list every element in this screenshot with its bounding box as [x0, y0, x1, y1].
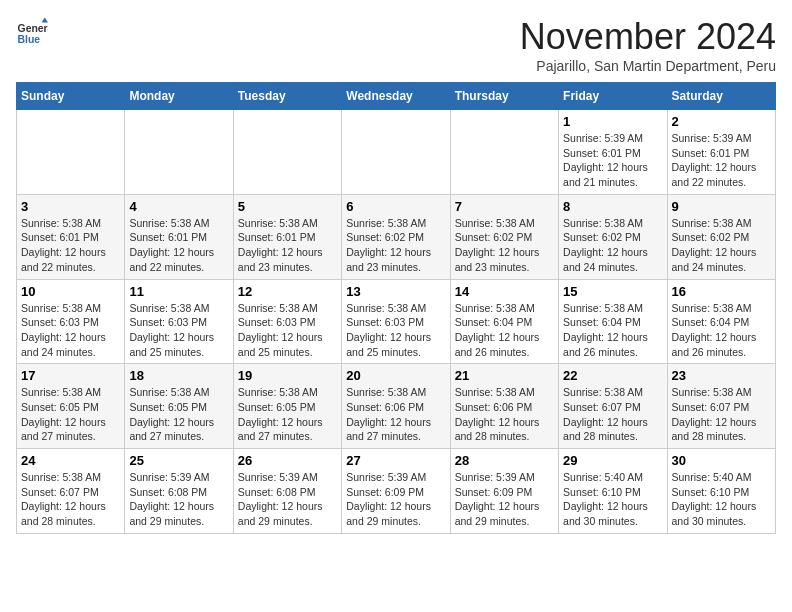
day-info: Sunrise: 5:40 AM Sunset: 6:10 PM Dayligh… [672, 470, 771, 529]
day-number: 2 [672, 114, 771, 129]
calendar-cell: 12Sunrise: 5:38 AM Sunset: 6:03 PM Dayli… [233, 279, 341, 364]
calendar-cell: 28Sunrise: 5:39 AM Sunset: 6:09 PM Dayli… [450, 449, 558, 534]
day-info: Sunrise: 5:38 AM Sunset: 6:01 PM Dayligh… [21, 216, 120, 275]
calendar-cell: 29Sunrise: 5:40 AM Sunset: 6:10 PM Dayli… [559, 449, 667, 534]
header-saturday: Saturday [667, 83, 775, 110]
week-row-1: 1Sunrise: 5:39 AM Sunset: 6:01 PM Daylig… [17, 110, 776, 195]
calendar-cell [125, 110, 233, 195]
day-number: 10 [21, 284, 120, 299]
day-number: 27 [346, 453, 445, 468]
header-thursday: Thursday [450, 83, 558, 110]
calendar-table: SundayMondayTuesdayWednesdayThursdayFrid… [16, 82, 776, 534]
day-info: Sunrise: 5:38 AM Sunset: 6:06 PM Dayligh… [455, 385, 554, 444]
header-wednesday: Wednesday [342, 83, 450, 110]
header-tuesday: Tuesday [233, 83, 341, 110]
calendar-cell: 2Sunrise: 5:39 AM Sunset: 6:01 PM Daylig… [667, 110, 775, 195]
day-number: 8 [563, 199, 662, 214]
calendar-cell: 13Sunrise: 5:38 AM Sunset: 6:03 PM Dayli… [342, 279, 450, 364]
day-info: Sunrise: 5:38 AM Sunset: 6:04 PM Dayligh… [563, 301, 662, 360]
day-info: Sunrise: 5:39 AM Sunset: 6:01 PM Dayligh… [672, 131, 771, 190]
day-number: 22 [563, 368, 662, 383]
calendar-cell: 14Sunrise: 5:38 AM Sunset: 6:04 PM Dayli… [450, 279, 558, 364]
day-number: 3 [21, 199, 120, 214]
day-info: Sunrise: 5:38 AM Sunset: 6:02 PM Dayligh… [455, 216, 554, 275]
day-info: Sunrise: 5:38 AM Sunset: 6:07 PM Dayligh… [672, 385, 771, 444]
week-row-3: 10Sunrise: 5:38 AM Sunset: 6:03 PM Dayli… [17, 279, 776, 364]
day-number: 17 [21, 368, 120, 383]
day-info: Sunrise: 5:38 AM Sunset: 6:06 PM Dayligh… [346, 385, 445, 444]
day-info: Sunrise: 5:38 AM Sunset: 6:03 PM Dayligh… [21, 301, 120, 360]
calendar-cell: 20Sunrise: 5:38 AM Sunset: 6:06 PM Dayli… [342, 364, 450, 449]
day-info: Sunrise: 5:39 AM Sunset: 6:08 PM Dayligh… [129, 470, 228, 529]
calendar-cell: 7Sunrise: 5:38 AM Sunset: 6:02 PM Daylig… [450, 194, 558, 279]
location-subtitle: Pajarillo, San Martin Department, Peru [520, 58, 776, 74]
day-info: Sunrise: 5:38 AM Sunset: 6:04 PM Dayligh… [455, 301, 554, 360]
calendar-cell [17, 110, 125, 195]
day-info: Sunrise: 5:39 AM Sunset: 6:09 PM Dayligh… [455, 470, 554, 529]
day-number: 28 [455, 453, 554, 468]
calendar-cell: 3Sunrise: 5:38 AM Sunset: 6:01 PM Daylig… [17, 194, 125, 279]
day-number: 24 [21, 453, 120, 468]
day-info: Sunrise: 5:39 AM Sunset: 6:08 PM Dayligh… [238, 470, 337, 529]
calendar-cell [342, 110, 450, 195]
calendar-cell: 11Sunrise: 5:38 AM Sunset: 6:03 PM Dayli… [125, 279, 233, 364]
svg-marker-2 [42, 18, 48, 23]
day-number: 1 [563, 114, 662, 129]
calendar-cell: 17Sunrise: 5:38 AM Sunset: 6:05 PM Dayli… [17, 364, 125, 449]
title-block: November 2024 Pajarillo, San Martin Depa… [520, 16, 776, 74]
day-number: 20 [346, 368, 445, 383]
calendar-cell: 24Sunrise: 5:38 AM Sunset: 6:07 PM Dayli… [17, 449, 125, 534]
day-info: Sunrise: 5:38 AM Sunset: 6:01 PM Dayligh… [238, 216, 337, 275]
day-info: Sunrise: 5:39 AM Sunset: 6:01 PM Dayligh… [563, 131, 662, 190]
day-info: Sunrise: 5:40 AM Sunset: 6:10 PM Dayligh… [563, 470, 662, 529]
day-info: Sunrise: 5:38 AM Sunset: 6:07 PM Dayligh… [21, 470, 120, 529]
week-row-4: 17Sunrise: 5:38 AM Sunset: 6:05 PM Dayli… [17, 364, 776, 449]
day-info: Sunrise: 5:38 AM Sunset: 6:04 PM Dayligh… [672, 301, 771, 360]
header-sunday: Sunday [17, 83, 125, 110]
day-number: 12 [238, 284, 337, 299]
calendar-cell [233, 110, 341, 195]
day-number: 26 [238, 453, 337, 468]
day-number: 4 [129, 199, 228, 214]
calendar-cell: 26Sunrise: 5:39 AM Sunset: 6:08 PM Dayli… [233, 449, 341, 534]
week-row-5: 24Sunrise: 5:38 AM Sunset: 6:07 PM Dayli… [17, 449, 776, 534]
week-row-2: 3Sunrise: 5:38 AM Sunset: 6:01 PM Daylig… [17, 194, 776, 279]
calendar-cell: 9Sunrise: 5:38 AM Sunset: 6:02 PM Daylig… [667, 194, 775, 279]
calendar-cell: 27Sunrise: 5:39 AM Sunset: 6:09 PM Dayli… [342, 449, 450, 534]
calendar-cell: 22Sunrise: 5:38 AM Sunset: 6:07 PM Dayli… [559, 364, 667, 449]
day-number: 19 [238, 368, 337, 383]
day-info: Sunrise: 5:38 AM Sunset: 6:03 PM Dayligh… [129, 301, 228, 360]
calendar-cell: 25Sunrise: 5:39 AM Sunset: 6:08 PM Dayli… [125, 449, 233, 534]
calendar-cell: 1Sunrise: 5:39 AM Sunset: 6:01 PM Daylig… [559, 110, 667, 195]
calendar-cell [450, 110, 558, 195]
calendar-cell: 21Sunrise: 5:38 AM Sunset: 6:06 PM Dayli… [450, 364, 558, 449]
day-number: 6 [346, 199, 445, 214]
day-number: 30 [672, 453, 771, 468]
day-info: Sunrise: 5:38 AM Sunset: 6:02 PM Dayligh… [672, 216, 771, 275]
month-title: November 2024 [520, 16, 776, 58]
calendar-header-row: SundayMondayTuesdayWednesdayThursdayFrid… [17, 83, 776, 110]
page-header: General Blue November 2024 Pajarillo, Sa… [16, 16, 776, 74]
day-number: 16 [672, 284, 771, 299]
calendar-cell: 6Sunrise: 5:38 AM Sunset: 6:02 PM Daylig… [342, 194, 450, 279]
day-info: Sunrise: 5:38 AM Sunset: 6:05 PM Dayligh… [21, 385, 120, 444]
day-info: Sunrise: 5:38 AM Sunset: 6:07 PM Dayligh… [563, 385, 662, 444]
logo: General Blue [16, 16, 48, 48]
day-number: 23 [672, 368, 771, 383]
calendar-cell: 8Sunrise: 5:38 AM Sunset: 6:02 PM Daylig… [559, 194, 667, 279]
day-info: Sunrise: 5:38 AM Sunset: 6:01 PM Dayligh… [129, 216, 228, 275]
day-number: 21 [455, 368, 554, 383]
calendar-cell: 30Sunrise: 5:40 AM Sunset: 6:10 PM Dayli… [667, 449, 775, 534]
day-number: 25 [129, 453, 228, 468]
day-number: 14 [455, 284, 554, 299]
svg-text:Blue: Blue [18, 34, 41, 45]
calendar-cell: 23Sunrise: 5:38 AM Sunset: 6:07 PM Dayli… [667, 364, 775, 449]
calendar-cell: 19Sunrise: 5:38 AM Sunset: 6:05 PM Dayli… [233, 364, 341, 449]
calendar-cell: 15Sunrise: 5:38 AM Sunset: 6:04 PM Dayli… [559, 279, 667, 364]
day-info: Sunrise: 5:38 AM Sunset: 6:05 PM Dayligh… [238, 385, 337, 444]
calendar-cell: 4Sunrise: 5:38 AM Sunset: 6:01 PM Daylig… [125, 194, 233, 279]
calendar-cell: 16Sunrise: 5:38 AM Sunset: 6:04 PM Dayli… [667, 279, 775, 364]
day-number: 18 [129, 368, 228, 383]
svg-text:General: General [18, 23, 48, 34]
day-info: Sunrise: 5:38 AM Sunset: 6:05 PM Dayligh… [129, 385, 228, 444]
